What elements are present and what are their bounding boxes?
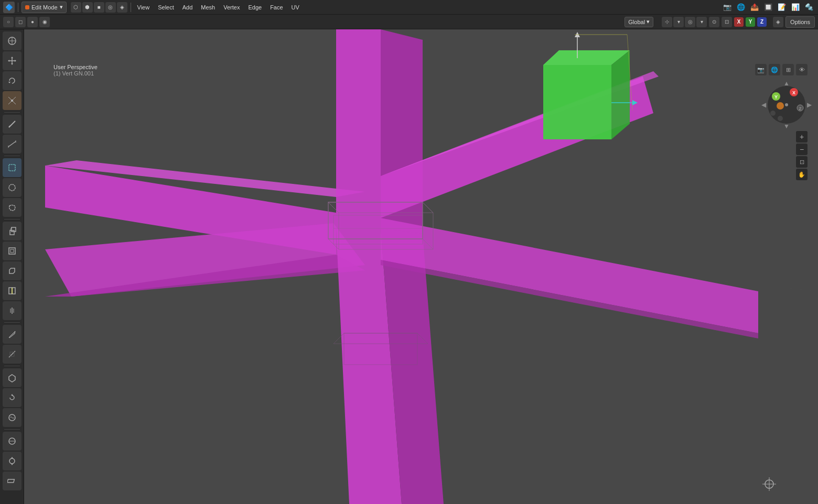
scripting-icon[interactable]: 📝 xyxy=(776,2,788,13)
svg-line-17 xyxy=(8,141,16,147)
scene-svg xyxy=(24,29,818,504)
gizmo-icon-group: 📷 🌐 ⊞ 👁 xyxy=(755,64,808,75)
snap-toggle[interactable]: ⊹ xyxy=(662,17,672,27)
menu-face[interactable]: Face xyxy=(267,2,286,13)
proportional-edit[interactable]: ◎ xyxy=(685,17,695,27)
z-axis-btn[interactable]: Z xyxy=(757,17,767,27)
svg-marker-34 xyxy=(9,375,15,382)
measure-tool-btn[interactable] xyxy=(3,135,21,154)
vert-select-btn[interactable] xyxy=(3,158,21,177)
cursor-tool-btn[interactable] xyxy=(3,31,21,50)
scale-tool-btn[interactable] xyxy=(3,91,21,110)
nav-up-icon[interactable]: ▲ xyxy=(783,80,790,87)
snap-icon[interactable]: ◈ xyxy=(117,2,127,13)
svg-marker-7 xyxy=(8,60,9,62)
mesh-vert-icon[interactable]: ⬡ xyxy=(71,2,81,13)
viewport-shading-wire[interactable]: ◻ xyxy=(15,17,26,27)
y-axis-btn[interactable]: Y xyxy=(746,17,755,27)
viewport-3d[interactable]: User Perspective (1) Vert GN.001 📷 🌐 ⊞ 👁… xyxy=(24,29,818,504)
menu-mesh[interactable]: Mesh xyxy=(198,2,218,13)
extrude-tool-btn[interactable] xyxy=(3,222,21,240)
annotate-tool-btn[interactable] xyxy=(3,115,21,134)
menu-edge[interactable]: Edge xyxy=(245,2,265,13)
viewport-shading-solid[interactable]: ○ xyxy=(3,17,14,27)
svg-line-13 xyxy=(12,97,16,101)
zoom-out-btn[interactable]: − xyxy=(796,144,808,155)
edge-select-btn[interactable] xyxy=(3,178,21,197)
svg-text:Y: Y xyxy=(774,94,778,100)
rotate-tool-btn[interactable] xyxy=(3,71,21,90)
data-icon[interactable]: 📊 xyxy=(790,2,801,13)
nav-right-icon[interactable]: ▶ xyxy=(807,101,812,108)
scene-icon[interactable]: 🌐 xyxy=(735,2,747,13)
pan-btn[interactable]: ✋ xyxy=(796,169,808,180)
svg-text:Z: Z xyxy=(799,106,802,111)
composite-icon[interactable]: 🔲 xyxy=(762,2,774,13)
svg-marker-35 xyxy=(11,394,13,396)
xray-toggle[interactable]: ⊡ xyxy=(722,17,732,27)
x-axis-btn[interactable]: X xyxy=(734,17,744,27)
global-dropdown: ▾ xyxy=(647,18,650,25)
poly-build-btn[interactable] xyxy=(3,368,21,387)
move-tool-btn[interactable] xyxy=(3,51,21,70)
bevel-tool-btn[interactable] xyxy=(3,261,21,280)
shear-tool-btn[interactable] xyxy=(3,472,21,490)
view-layer-icon[interactable]: ⊞ xyxy=(782,64,794,75)
menu-view[interactable]: View xyxy=(134,2,153,13)
bisect-tool-btn[interactable] xyxy=(3,345,21,364)
menu-uv[interactable]: UV xyxy=(288,2,303,13)
svg-line-14 xyxy=(8,101,12,104)
viewport-shading-render[interactable]: ◉ xyxy=(39,17,50,27)
top-bar-right: 📷 🌐 📤 🔲 📝 📊 🔩 xyxy=(722,2,815,13)
options-button[interactable]: Options xyxy=(785,16,815,28)
svg-rect-23 xyxy=(12,227,16,232)
knife-tool-btn[interactable] xyxy=(3,325,21,344)
inset-tool-btn[interactable] xyxy=(3,242,21,260)
mode-selector[interactable]: Edit Mode ▾ xyxy=(21,2,67,13)
menu-vertex[interactable]: Vertex xyxy=(220,2,243,13)
smooth-tool-btn[interactable] xyxy=(3,408,21,427)
svg-rect-25 xyxy=(9,248,15,254)
menu-select[interactable]: Select xyxy=(155,2,177,13)
menu-add[interactable]: Add xyxy=(179,2,196,13)
zoom-fit-btn[interactable]: ⊡ xyxy=(796,156,808,168)
face-select-btn[interactable] xyxy=(3,198,21,217)
mesh-face-icon[interactable]: ■ xyxy=(94,2,104,13)
mode-dot-icon xyxy=(25,5,29,9)
viewport-header: ○ ◻ ● ◉ Global ▾ ⊹ ▾ ◎ ▾ ⊙ ⊡ X Y Z ◈ Opt… xyxy=(0,15,818,29)
slide-relax-btn[interactable] xyxy=(3,432,21,451)
snap-settings[interactable]: ▾ xyxy=(673,17,684,27)
svg-marker-8 xyxy=(15,60,16,62)
svg-marker-9 xyxy=(8,82,10,83)
output-icon[interactable]: 📤 xyxy=(749,2,760,13)
proportional-edit-icon[interactable]: ◎ xyxy=(105,2,116,13)
svg-point-39 xyxy=(9,458,15,464)
tool-separator-5 xyxy=(4,366,20,366)
overlay-toggle[interactable]: ⊙ xyxy=(709,17,719,27)
navigation-gizmo[interactable]: Y X Z ▲ ▼ ◀ ▶ xyxy=(766,84,808,126)
loop-cut-btn[interactable] xyxy=(3,281,21,300)
top-menu-bar: 🔷 Edit Mode ▾ ⬡ ⬢ ■ ◎ ◈ View Select Add … xyxy=(0,0,818,15)
world-icon[interactable]: 🌐 xyxy=(769,64,780,75)
viewport-shading-material[interactable]: ● xyxy=(27,17,38,27)
dropdown-arrow: ▾ xyxy=(60,4,63,10)
zoom-in-btn[interactable]: + xyxy=(796,131,808,143)
tool-separator-2 xyxy=(4,156,20,156)
spin-tool-btn[interactable] xyxy=(3,388,21,407)
render-icon[interactable]: 📷 xyxy=(722,2,733,13)
nav-down-icon[interactable]: ▼ xyxy=(783,123,790,130)
svg-rect-26 xyxy=(10,249,14,253)
transform-pivot-selector[interactable]: Global ▾ xyxy=(625,17,653,27)
svg-line-12 xyxy=(12,101,16,104)
visible-icon[interactable]: 👁 xyxy=(796,64,808,75)
push-pull-btn[interactable] xyxy=(3,452,21,470)
nav-left-icon[interactable]: ◀ xyxy=(761,101,766,108)
proportional-edit-header[interactable]: ◈ xyxy=(773,17,783,27)
tool-separator-6 xyxy=(4,429,20,430)
physics-icon[interactable]: 🔩 xyxy=(803,2,815,13)
blender-logo[interactable]: 🔷 xyxy=(3,2,15,13)
mesh-edge-icon[interactable]: ⬢ xyxy=(82,2,93,13)
offset-edge-btn[interactable] xyxy=(3,301,21,320)
proportional-settings[interactable]: ▾ xyxy=(696,17,707,27)
camera-icon[interactable]: 📷 xyxy=(755,64,767,75)
